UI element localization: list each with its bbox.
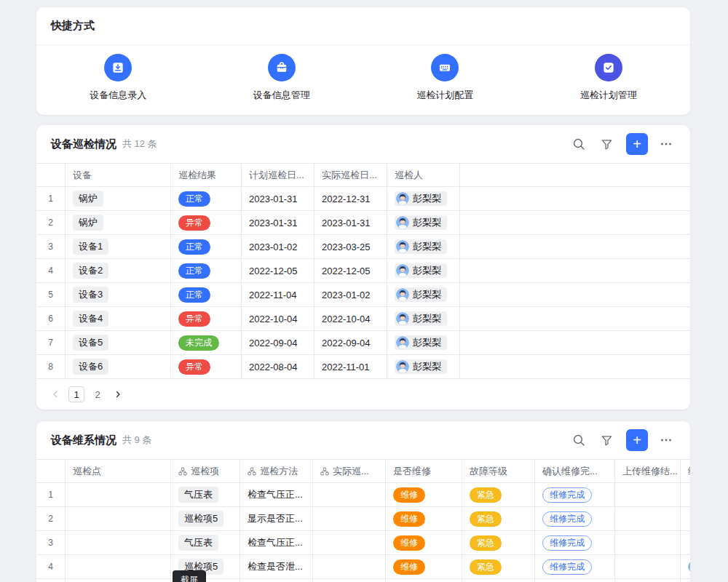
table-cell[interactable]: 维修 bbox=[386, 555, 462, 578]
next-page-button[interactable] bbox=[111, 387, 125, 402]
shortcut-plan-manage[interactable]: 巡检计划管理 bbox=[527, 54, 691, 102]
table-cell[interactable]: 7 bbox=[36, 331, 66, 354]
column-header-upload[interactable]: 上传维修结... bbox=[615, 460, 681, 482]
table-cell[interactable] bbox=[66, 483, 171, 506]
table-cell[interactable] bbox=[66, 531, 171, 554]
table-cell[interactable]: 维修完成 bbox=[535, 507, 615, 530]
table-cell[interactable]: 2023-01-31 bbox=[314, 211, 387, 234]
table-cell[interactable]: 显示是否正... bbox=[240, 507, 313, 530]
shortcut-device-manage[interactable]: 设备信息管理 bbox=[200, 54, 364, 102]
table-cell[interactable]: 2 bbox=[36, 507, 66, 530]
table-cell[interactable]: 正常 bbox=[171, 235, 242, 258]
table-cell[interactable]: 维修 bbox=[386, 507, 462, 530]
search-icon[interactable] bbox=[569, 135, 588, 154]
table-row[interactable]: 3气压表检查气压正...维修紧急维修完成 bbox=[36, 531, 690, 555]
table-cell[interactable] bbox=[615, 531, 681, 554]
table-cell[interactable]: 紧急 bbox=[462, 579, 535, 582]
table-cell[interactable]: 彭梨梨 bbox=[387, 235, 460, 258]
column-header-result[interactable]: 巡检结果 bbox=[171, 164, 242, 186]
table-cell[interactable]: 紧急 bbox=[462, 483, 535, 506]
table-cell[interactable]: 彭梨梨 bbox=[387, 211, 460, 234]
more-actions-icon[interactable] bbox=[657, 135, 676, 154]
filter-icon[interactable] bbox=[597, 431, 616, 450]
table-cell[interactable]: 异常 bbox=[171, 307, 242, 330]
table-cell[interactable]: 锅炉 bbox=[66, 187, 171, 210]
table-cell[interactable] bbox=[681, 579, 690, 582]
column-header-planned-date[interactable]: 计划巡检日... bbox=[242, 164, 314, 186]
table-cell[interactable]: 2022-12-05 bbox=[242, 259, 314, 282]
table-cell[interactable]: 维修完成 bbox=[535, 555, 615, 578]
page-1-button[interactable]: 1 bbox=[68, 386, 84, 402]
table-cell[interactable]: 正常 bbox=[171, 283, 242, 306]
table-cell[interactable]: 2022-09-04 bbox=[314, 331, 387, 354]
table-cell[interactable]: 2022-11-04 bbox=[242, 283, 314, 306]
table-cell[interactable]: 维修 bbox=[386, 531, 462, 554]
table-row[interactable]: 5巡检项5显示是否正...维修紧急维修完成 bbox=[36, 579, 690, 582]
table-cell[interactable]: 维修 bbox=[386, 579, 462, 582]
table-cell[interactable]: 2022-11-01 bbox=[314, 355, 387, 378]
table-cell[interactable] bbox=[615, 483, 681, 506]
table-cell[interactable] bbox=[66, 507, 171, 530]
table-cell[interactable]: 紧急 bbox=[462, 531, 535, 554]
table-cell[interactable]: 气压表 bbox=[171, 483, 240, 506]
table-cell[interactable]: 维修完成 bbox=[535, 531, 615, 554]
table-cell[interactable] bbox=[460, 187, 690, 210]
column-header-device[interactable]: 设备 bbox=[66, 164, 171, 186]
table-cell[interactable]: 异常 bbox=[171, 355, 242, 378]
table-cell[interactable] bbox=[460, 283, 690, 306]
table-row[interactable]: 7设备5未完成2022-09-042022-09-04彭梨梨 bbox=[36, 331, 690, 355]
table-cell[interactable]: 彭梨梨 bbox=[387, 259, 460, 282]
table-cell[interactable]: 2023-01-02 bbox=[314, 283, 387, 306]
table-cell[interactable] bbox=[313, 555, 386, 578]
table-cell[interactable]: 正常 bbox=[171, 187, 242, 210]
table-cell[interactable]: 3 bbox=[36, 531, 66, 554]
table-cell[interactable]: 4 bbox=[36, 259, 66, 282]
table-cell[interactable]: 设备4 bbox=[66, 307, 171, 330]
table-cell[interactable]: 设备5 bbox=[66, 331, 171, 354]
add-record-button[interactable]: + bbox=[626, 133, 648, 155]
table-cell[interactable]: 巡检项5 bbox=[171, 507, 240, 530]
table-cell[interactable]: 检查气压正... bbox=[240, 531, 313, 554]
table-cell[interactable]: 5 bbox=[36, 579, 66, 582]
table-cell[interactable] bbox=[460, 331, 690, 354]
table-cell[interactable] bbox=[615, 555, 681, 578]
table-cell[interactable]: 3 bbox=[36, 235, 66, 258]
table-cell[interactable]: 8 bbox=[36, 355, 66, 378]
column-header-inspector[interactable]: 巡检人 bbox=[387, 164, 460, 186]
more-actions-icon[interactable] bbox=[657, 431, 676, 450]
add-record-button[interactable]: + bbox=[626, 429, 648, 451]
table-cell[interactable]: 2023-01-31 bbox=[242, 187, 314, 210]
table-cell[interactable]: 2023-01-02 bbox=[242, 235, 314, 258]
column-header-point[interactable]: 巡检点 bbox=[66, 460, 171, 482]
table-cell[interactable] bbox=[460, 211, 690, 234]
table-cell[interactable] bbox=[615, 579, 681, 582]
table-row[interactable]: 3设备1正常2023-01-022023-03-25彭梨梨 bbox=[36, 235, 690, 259]
column-header-cutoff[interactable]: 维 bbox=[681, 460, 690, 482]
table-cell[interactable]: 2022-10-04 bbox=[242, 307, 314, 330]
table-cell[interactable] bbox=[313, 531, 386, 554]
table-cell[interactable] bbox=[66, 579, 171, 582]
table-cell[interactable]: 2022-08-04 bbox=[242, 355, 314, 378]
column-header-actual[interactable]: 实际巡... bbox=[313, 460, 386, 482]
table-row[interactable]: 5设备3正常2022-11-042023-01-02彭梨梨 bbox=[36, 283, 690, 307]
table-row[interactable]: 4设备2正常2022-12-052022-12-05彭梨梨 bbox=[36, 259, 690, 283]
table-cell[interactable]: 彭梨梨 bbox=[387, 355, 460, 378]
table-row[interactable]: 2巡检项5显示是否正...维修紧急维修完成 bbox=[36, 507, 690, 531]
table-cell[interactable] bbox=[66, 555, 171, 578]
table-row[interactable]: 4巡检项5检查是否泄...维修紧急维修完成 bbox=[36, 555, 690, 579]
table-cell[interactable] bbox=[681, 555, 690, 578]
table-cell[interactable] bbox=[460, 259, 690, 282]
table-cell[interactable]: 彭梨梨 bbox=[387, 187, 460, 210]
table-cell[interactable] bbox=[615, 507, 681, 530]
table-cell[interactable]: 气压表 bbox=[171, 531, 240, 554]
table-cell[interactable] bbox=[681, 507, 690, 530]
table-cell[interactable]: 设备3 bbox=[66, 283, 171, 306]
table-cell[interactable]: 显示是否正... bbox=[240, 579, 313, 582]
table-cell[interactable] bbox=[460, 355, 690, 378]
filter-icon[interactable] bbox=[597, 135, 616, 154]
table-cell[interactable]: 彭梨梨 bbox=[387, 331, 460, 354]
table-cell[interactable] bbox=[313, 507, 386, 530]
shortcut-device-entry[interactable]: 设备信息录入 bbox=[36, 54, 200, 102]
table-cell[interactable]: 检查是否泄... bbox=[240, 555, 313, 578]
table-cell[interactable]: 维修 bbox=[386, 483, 462, 506]
